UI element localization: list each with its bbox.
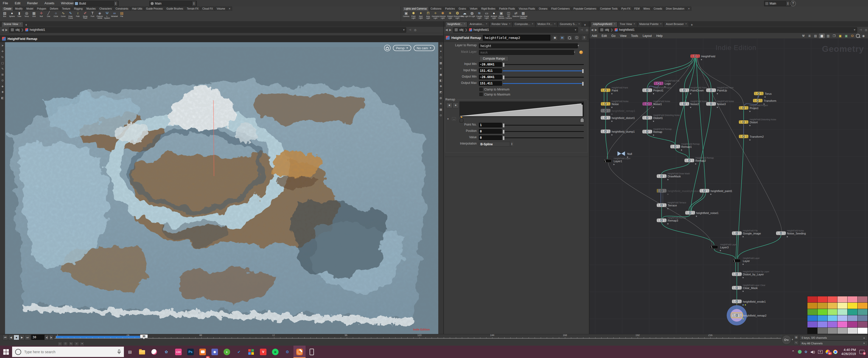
node-noise1[interactable]: HeightField NoiseNoise1 xyxy=(643,100,670,108)
menu-render[interactable]: Render xyxy=(24,0,41,6)
network-menu-layout[interactable]: Layout xyxy=(641,33,654,38)
output-max-slider[interactable] xyxy=(503,83,584,84)
start-button[interactable] xyxy=(0,346,12,358)
palette-swatch-13[interactable] xyxy=(817,309,827,315)
node-transform2[interactable]: Transform2 xyxy=(739,135,764,140)
shelf-tab--[interactable]: + xyxy=(227,6,232,11)
taskbar-app-chat-app[interactable]: 9+ xyxy=(196,346,209,358)
shelf-tab-volume[interactable]: Volume xyxy=(215,6,227,11)
shelf-tool-portal-light[interactable]: ▭Portal Light xyxy=(483,11,490,21)
projection-select[interactable]: Persp▼ xyxy=(393,45,411,51)
materials-icon[interactable]: ◇ xyxy=(439,55,443,59)
palette-swatch-0[interactable] xyxy=(807,296,817,302)
palette-swatch-31[interactable] xyxy=(817,328,827,334)
node-distort_by_layer[interactable]: HeightField Distort by LayerDistort_by_L… xyxy=(732,270,769,278)
taskbar-app-houdini[interactable] xyxy=(293,346,306,358)
status-icon[interactable] xyxy=(798,350,802,354)
node-torus[interactable]: Torus xyxy=(754,92,772,98)
palette-swatch-19[interactable] xyxy=(817,315,827,321)
step-back-button[interactable]: ◂| xyxy=(44,335,49,340)
node-layer1[interactable]: HeightField LayerLayer1 xyxy=(604,157,630,165)
input-min-field[interactable]: -26.6841 xyxy=(479,62,502,67)
shelf-tab-pyro-fx[interactable]: Pyro FX xyxy=(620,6,632,11)
ramp-collapse-icon[interactable]: ▼ xyxy=(447,118,449,120)
help-icon[interactable]: ? xyxy=(581,35,587,40)
shelf-tab--[interactable]: + xyxy=(686,6,691,11)
houdini-help-icon[interactable]: H xyxy=(559,35,565,40)
shelf-tab-terrain-fx[interactable]: Terrain FX xyxy=(185,6,200,11)
shelf-tool-grid[interactable]: ▦Grid xyxy=(30,11,38,21)
taskbar-app-geforce[interactable]: ◗ xyxy=(221,346,233,358)
shelf-tab-characters[interactable]: Characters xyxy=(98,6,114,11)
hidden-icons-chevron[interactable]: ⌃ xyxy=(792,350,795,354)
shelf-tab-rigid-bodies[interactable]: Rigid Bodies xyxy=(479,6,497,11)
ramp-handle-end[interactable] xyxy=(580,118,584,122)
tab--obj-heightfield1[interactable]: /obj/heightfield1× xyxy=(591,22,617,27)
palette-swatch-8[interactable] xyxy=(828,303,837,309)
headlight-icon[interactable]: ☀ xyxy=(439,67,443,71)
output-max-field[interactable]: 151.411 xyxy=(479,81,502,86)
shelf-tab-collisions[interactable]: Collisions xyxy=(429,6,443,11)
shelf-tab-oceans[interactable]: Oceans xyxy=(537,6,549,11)
background-image-icon[interactable]: ▣ xyxy=(844,34,849,38)
palette-swatch-9[interactable] xyxy=(837,303,847,309)
playback-option-0[interactable]: ◇ xyxy=(58,341,62,346)
palette-swatch-18[interactable] xyxy=(807,315,817,321)
palette-swatch-28[interactable] xyxy=(847,321,858,327)
shelf-tab-vellum[interactable]: Vellum xyxy=(468,6,479,11)
position-slider[interactable] xyxy=(503,131,584,132)
grid-display-icon[interactable]: ▦ xyxy=(439,61,443,65)
shelf-tab-particles[interactable]: Particles xyxy=(443,6,457,11)
interpolation-select[interactable]: B-Spline xyxy=(479,142,512,146)
tab-material-palette[interactable]: Material Palette× xyxy=(638,22,663,27)
shelf-tab-muscles[interactable]: Muscles xyxy=(85,6,97,11)
palette-swatch-26[interactable] xyxy=(828,321,837,327)
network-menu-view[interactable]: View xyxy=(618,33,629,38)
shelf-tab-rigging[interactable]: Rigging xyxy=(72,6,84,11)
search-input[interactable] xyxy=(24,350,115,354)
node-heightfield_maskbyfeature1[interactable]: heightfield_maskbyfeature1 xyxy=(657,189,702,195)
taskbar-app-file-explorer[interactable] xyxy=(136,346,148,358)
node-remap[interactable]: HeightField RemapRemap xyxy=(643,128,672,136)
shelf-tab-populate-containers[interactable]: Populate Containers xyxy=(572,6,598,11)
taskbar-app-onedrive-check[interactable]: ✔ xyxy=(233,346,245,358)
shelf-tool-gi-light[interactable]: ◍GI Light xyxy=(468,11,476,21)
palette-swatch-3[interactable] xyxy=(837,296,847,302)
ramp-end-point[interactable] xyxy=(582,103,583,105)
shelf-tool-curve[interactable]: ∿Curve xyxy=(60,11,67,21)
node-google_image[interactable]: HeightField FileGoogle_image xyxy=(732,229,761,237)
volume-fog-icon[interactable]: ≋ xyxy=(439,102,443,105)
desktop-select-right[interactable]: Main▲▼ xyxy=(764,1,791,6)
palette-swatch-4[interactable] xyxy=(847,296,858,302)
network-menu-add[interactable]: Add xyxy=(589,33,599,38)
microphone-icon[interactable] xyxy=(117,350,121,355)
search-box[interactable] xyxy=(12,347,124,357)
shelf-tool-vr-camera[interactable]: ◫VR Camera xyxy=(505,11,512,21)
network-menu-edit[interactable]: Edit xyxy=(599,33,609,38)
key-options-icon[interactable]: ✎ xyxy=(794,340,799,345)
shelf-tab-crowds[interactable]: Crowds xyxy=(652,6,664,11)
playback-option-3[interactable]: ≡ xyxy=(74,341,79,346)
follow-icon[interactable]: ◎ xyxy=(864,28,868,32)
edit-tool-icon[interactable]: ✎ xyxy=(0,67,4,71)
shelf-tab-lights-and-cameras[interactable]: Lights and Cameras xyxy=(402,6,429,11)
shelf-tool-box[interactable]: ▧Box xyxy=(1,11,8,21)
tree-view-icon[interactable]: ≣ xyxy=(807,34,812,38)
node-heightfield[interactable]: HeightField xyxy=(690,54,715,60)
palette-swatch-27[interactable] xyxy=(837,321,847,327)
output-min-field[interactable]: -26.6841 xyxy=(479,75,502,79)
volume-icon[interactable]: ◀)) xyxy=(810,350,815,354)
taskbar-app-spotify[interactable]: ≡ xyxy=(269,346,281,358)
network-canvas[interactable]: HeightFieldHeightField PaintPaintHeightF… xyxy=(589,38,868,334)
key-all-channels-button[interactable]: Key All Channels▼ xyxy=(799,340,868,346)
palette-swatch-11[interactable] xyxy=(858,303,868,309)
play-button[interactable]: ▶ xyxy=(19,335,25,340)
forward-icon[interactable]: ▶ xyxy=(449,28,452,32)
input-min-slider[interactable] xyxy=(503,64,584,65)
point-no-slider[interactable] xyxy=(503,125,584,126)
taskbar-app-photoshop[interactable]: Ps xyxy=(184,346,196,358)
breadcrumb[interactable]: obj❯ heightfield1 ▾ xyxy=(598,27,857,33)
shelf-tab-guide-brushes[interactable]: Guide Brushes xyxy=(165,6,185,11)
input-max-slider[interactable] xyxy=(503,71,584,71)
display-icon[interactable]: ⚙ xyxy=(818,350,823,354)
